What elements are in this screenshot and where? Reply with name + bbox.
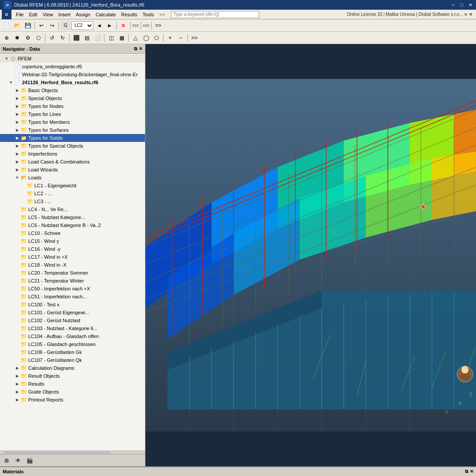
tree-item-file1[interactable]: 📄 copertura_ombreggiante.rf6	[0, 63, 145, 71]
new-btn[interactable]: 📄	[2, 21, 11, 30]
menu-edit[interactable]: Edit	[26, 11, 40, 18]
tree-item-results[interactable]: ▶ 📁 Results	[0, 380, 145, 388]
tree-item-lines[interactable]: ▶ 📁 Types for Lines	[0, 110, 145, 118]
lc3-label: LC3 - ...	[34, 199, 52, 204]
tree-item-lc17[interactable]: 📁 LC17 - Wind in +X	[0, 253, 145, 261]
next-lc[interactable]: ►	[105, 21, 115, 30]
prev-lc[interactable]: ◄	[94, 21, 104, 30]
tb2-b8[interactable]: ▤	[82, 33, 92, 43]
close-online-icon[interactable]: ✕	[469, 12, 472, 17]
tree-item-lc104[interactable]: 📁 LC104 - Aufbau - Glasdach offen	[0, 332, 145, 340]
save-btn[interactable]: 💾	[23, 21, 33, 30]
nav-close[interactable]: ✕	[139, 46, 142, 52]
tb2-b11[interactable]: ▦	[117, 33, 126, 43]
tb2-b4[interactable]: ⬡	[33, 33, 43, 43]
tree-item-lc3[interactable]: 📁 LC3 - ...	[0, 197, 145, 205]
menu-tools[interactable]: Tools	[140, 11, 156, 18]
lc-selector[interactable]: LC2	[71, 21, 93, 30]
tree-item-lc2[interactable]: 📁 LC2 - ...	[0, 190, 145, 197]
undo-btn[interactable]: ↩	[37, 21, 46, 30]
tree-item-lc50[interactable]: 📁 LC50 - Imperfektion nach +X	[0, 285, 145, 293]
open-btn[interactable]: 📂	[12, 21, 22, 30]
run-calc[interactable]: ✕	[119, 21, 128, 30]
tree-item-lc15[interactable]: 📁 LC15 - Wind y	[0, 237, 145, 245]
tree-item-file2[interactable]: 📄 Webinar-02-Tiefgründung-Brückenlager_f…	[0, 71, 145, 78]
tree-item-members[interactable]: ▶ 📁 Types for Members	[0, 118, 145, 126]
tree-item-basic[interactable]: ▶ 📁 Basic Objects	[0, 86, 145, 94]
mat-close-btn[interactable]: ✕	[470, 469, 473, 474]
tb2-b12[interactable]: △	[130, 33, 140, 43]
menu-insert[interactable]: Insert	[56, 11, 73, 18]
tree-item-lc103[interactable]: 📁 LC103 - Nutzlast - Kategorie 6...	[0, 324, 145, 332]
search-input[interactable]	[171, 11, 259, 18]
menu-file[interactable]: File	[13, 11, 26, 18]
tb2-b15[interactable]: +	[165, 33, 175, 43]
tb2-b16[interactable]: −	[176, 33, 186, 43]
tree-item-lc21[interactable]: 📁 LC21 - Temperatur Winter	[0, 277, 145, 285]
tb2-b7[interactable]: ⬛	[71, 33, 81, 43]
tree-item-special[interactable]: ▶ 📁 Special Objects	[0, 94, 145, 102]
nodes-arrow: ▶	[14, 104, 20, 108]
tb2-b10[interactable]: ◫	[106, 33, 116, 43]
tree-item-load-wizards[interactable]: ▶ 📁 Load Wizards	[0, 166, 145, 174]
basic-label: Basic Objects	[28, 88, 58, 93]
nav-btn1[interactable]: ⊞	[2, 456, 11, 465]
tree-item-lc16[interactable]: 📁 LC16 - Wind -y	[0, 245, 145, 253]
tree-item-load-cases[interactable]: ▶ 📁 Load Cases & Combinations	[0, 158, 145, 166]
tree-item-special-obj[interactable]: ▶ 📁 Types for Special Objects	[0, 142, 145, 150]
tree-item-result-obj[interactable]: ▶ 📁 Result Objects	[0, 372, 145, 380]
tb2-b6[interactable]: ↻	[58, 33, 67, 43]
tree-item-lc20[interactable]: 📁 LC20 - Temperatur Sommer	[0, 269, 145, 277]
close-button[interactable]: ✕	[469, 2, 472, 8]
view1[interactable]: G	[61, 21, 71, 30]
tree-item-calc-diag[interactable]: ▶ 📁 Calculation Diagrams	[0, 364, 145, 372]
tree-item-surfaces[interactable]: ▶ 📁 Types for Surfaces	[0, 126, 145, 134]
expand-icon[interactable]: ≡	[465, 12, 467, 17]
menu-calculate[interactable]: Calculate	[93, 11, 119, 18]
tree-item-lc101[interactable]: 📁 LC101 - Gerüst Eigengewi...	[0, 309, 145, 316]
tree-item-lc51[interactable]: 📁 LC51 - Imperfektion nach...	[0, 293, 145, 301]
tb2-more[interactable]: >>	[190, 33, 199, 43]
tb2-b13[interactable]: ◯	[141, 33, 151, 43]
tree-item-lc5[interactable]: 📁 LC5 - Nutzlast Kategorie...	[0, 213, 145, 221]
basic-arrow: ▶	[14, 88, 20, 93]
tree-item-lc100[interactable]: 📁 LC100 - Test x	[0, 301, 145, 309]
tb2-b3[interactable]: ⚙	[23, 33, 33, 43]
tree-item-lc107[interactable]: 📁 LC107 - Gerüstlasten Qk	[0, 356, 145, 364]
tree-item-lc102[interactable]: 📁 LC102 - Gerüst Nutzlast	[0, 316, 145, 324]
more-tools[interactable]: >>	[153, 21, 163, 30]
tree-item-lc6[interactable]: 📁 LC6 - Nutzlast Kategorie B - Va..2	[0, 221, 145, 229]
tree-item-printout[interactable]: ▶ 📁 Printout Reports	[0, 396, 145, 404]
nav-btn3[interactable]: 🎬	[25, 456, 34, 465]
lc104-icon: 📁	[20, 333, 27, 339]
tb2-b14[interactable]: ⬠	[152, 33, 161, 43]
tree-item-nodes[interactable]: ▶ 📁 Types for Nodes	[0, 102, 145, 110]
minimize-button[interactable]: ─	[452, 2, 455, 8]
tree-item-lc18[interactable]: 📁 LC18 - Wind in -X	[0, 261, 145, 269]
redo-btn[interactable]: ↪	[47, 21, 57, 30]
menu-assign[interactable]: Assign	[73, 11, 93, 18]
menu-view[interactable]: View	[40, 11, 56, 18]
mat-restore-btn[interactable]: ⧉	[465, 469, 468, 474]
tree-item-lc10[interactable]: 📁 LC10 - Schnee	[0, 229, 145, 237]
tree-item-file3[interactable]: ▼ 📄 241126_Herford_Bora_results.rf6	[0, 78, 145, 86]
3d-viewport[interactable]: X Y Z	[145, 44, 476, 466]
tb2-b5[interactable]: ↺	[47, 33, 57, 43]
tree-item-guide-obj[interactable]: ▶ 📁 Guide Objects	[0, 388, 145, 396]
menu-results[interactable]: Results	[119, 11, 140, 18]
tree-item-imperfections[interactable]: ▶ 📁 Imperfections	[0, 150, 145, 158]
tree-item-rfem[interactable]: ▼ ⬡ RFEM	[0, 55, 145, 63]
tree-item-lc1[interactable]: 📁 LC1 - Eigengewicht	[0, 182, 145, 190]
tb2-b9[interactable]: ⬜	[93, 33, 102, 43]
tree-item-loads[interactable]: ▼ 📂 Loads	[0, 174, 145, 182]
nav-btn2[interactable]: 👁	[13, 456, 23, 465]
tree-item-solids[interactable]: ▶ 📁 Types for Solids	[0, 134, 145, 142]
window-title: Dlubal RFEM | 6.08.0010 | 241126_Herford…	[14, 2, 145, 7]
tb2-b1[interactable]: ⊕	[2, 33, 11, 43]
nav-restore[interactable]: ⧉	[134, 46, 137, 52]
tb2-b2[interactable]: ✱	[12, 33, 22, 43]
tree-item-lc105[interactable]: 📁 LC105 - Glasdach geschlossen	[0, 340, 145, 348]
tree-item-lc4[interactable]: 📁 LC4 - N... Ve Re...	[0, 205, 145, 213]
maximize-button[interactable]: □	[460, 2, 463, 8]
tree-item-lc106[interactable]: 📁 LC106 - Gerüstlasten Gk	[0, 348, 145, 356]
